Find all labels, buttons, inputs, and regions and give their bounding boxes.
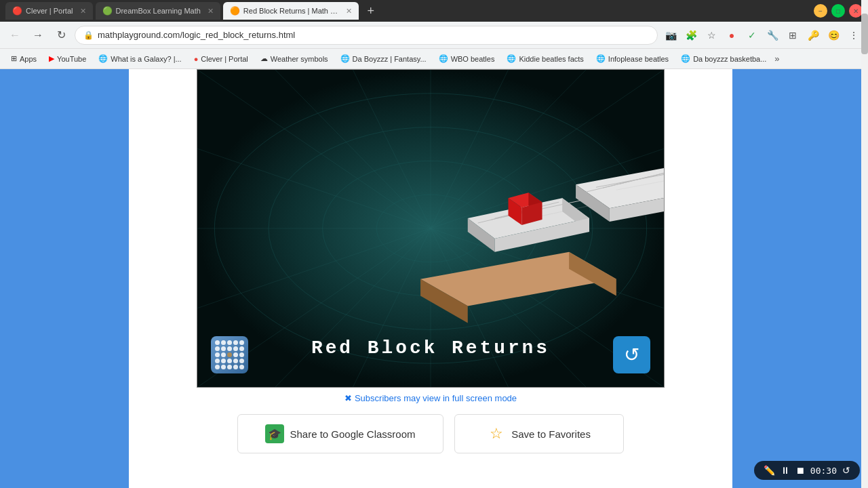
- game-canvas[interactable]: Red Block Returns: [197, 69, 665, 388]
- recording-bar: ✏️ ⏸ ⏹ 00:30 ↺: [754, 461, 860, 480]
- basketball-label: Da boyzzz basketba...: [693, 55, 766, 63]
- tab-icon-mathplayground: 🟠: [230, 6, 239, 16]
- bookmark-kiddie[interactable]: 🌐 Kiddie beatles facts: [501, 52, 589, 65]
- title-bar: 🔴 Clever | Portal ✕ 🟢 DreamBox Learning …: [0, 0, 868, 22]
- infoplease-label: Infoplease beatles: [608, 55, 669, 63]
- tab-icon-dreambox: 🟢: [102, 6, 112, 16]
- subscriber-text[interactable]: Subscribers may view in full screen mode: [355, 393, 517, 403]
- refresh-recording-icon[interactable]: ↺: [842, 465, 850, 476]
- nav-bar: ← → ↻ 🔒 mathplayground.com/logic_red_blo…: [0, 22, 868, 49]
- tab-icon-clever: 🔴: [12, 6, 22, 16]
- clever-bm-label: Clever | Portal: [201, 55, 248, 63]
- bookmarks-more[interactable]: »: [774, 54, 779, 64]
- galaxy-icon: 🌐: [98, 54, 108, 63]
- clever-ext-icon[interactable]: ●: [723, 26, 741, 44]
- tab-close-dreambox[interactable]: ✕: [208, 7, 214, 16]
- apps-icon: ⊞: [11, 54, 17, 63]
- kiddie-label: Kiddie beatles facts: [519, 55, 583, 63]
- tab-clever[interactable]: 🔴 Clever | Portal ✕: [5, 2, 93, 20]
- main-content: Red Block Returns: [129, 69, 732, 488]
- maximize-button[interactable]: □: [831, 4, 845, 18]
- menu-icon[interactable]: ⋮: [845, 26, 863, 44]
- game-scene-svg: Red Block Returns: [197, 70, 664, 387]
- save-favorites-button[interactable]: ☆ Save to Favorites: [454, 414, 624, 453]
- share-classroom-button[interactable]: 🎓 Share to Google Classroom: [237, 414, 443, 453]
- recording-time: 00:30: [810, 466, 837, 476]
- bookmark-youtube[interactable]: ▶ YouTube: [43, 52, 92, 65]
- new-tab-button[interactable]: +: [361, 2, 380, 20]
- extensions-icon[interactable]: 🧩: [682, 26, 700, 44]
- bookmark-star-icon[interactable]: ☆: [703, 26, 720, 44]
- profile-icon[interactable]: 😊: [825, 26, 842, 44]
- ext-icon-3[interactable]: ⊞: [784, 26, 802, 44]
- dots-grid: [212, 338, 247, 372]
- tab-dreambox[interactable]: 🟢 DreamBox Learning Math ✕: [96, 2, 220, 20]
- back-button[interactable]: ←: [5, 26, 24, 45]
- share-classroom-label: Share to Google Classroom: [290, 428, 415, 440]
- address-bar[interactable]: 🔒 mathplayground.com/logic_red_block_ret…: [75, 26, 658, 45]
- bookmark-weather[interactable]: ☁ Weather symbols: [255, 52, 334, 65]
- weather-icon: ☁: [260, 54, 268, 63]
- screenshare-icon[interactable]: 📷: [662, 26, 679, 44]
- clever-bm-icon: ●: [194, 55, 199, 63]
- wbo-label: WBO beatles: [451, 55, 495, 63]
- lock-icon: 🔒: [83, 30, 94, 40]
- basketball-icon: 🌐: [681, 54, 690, 63]
- subscriber-notice: ✖ Subscribers may view in full screen mo…: [344, 393, 517, 403]
- tab-close-clever[interactable]: ✕: [80, 7, 86, 16]
- save-favorites-label: Save to Favorites: [511, 428, 591, 440]
- boyzzz-icon: 🌐: [340, 54, 350, 63]
- google-classroom-icon: 🎓: [265, 424, 284, 443]
- refresh-icon: ↺: [624, 344, 639, 366]
- ext-icon-2[interactable]: 🔧: [764, 26, 781, 44]
- youtube-icon: ▶: [49, 54, 54, 63]
- bookmark-da-boyzzz[interactable]: 🌐 Da Boyzzz | Fantasy...: [335, 52, 432, 65]
- forward-button[interactable]: →: [28, 26, 47, 45]
- reload-button[interactable]: ↻: [52, 26, 71, 45]
- weather-label: Weather symbols: [271, 55, 328, 63]
- ext-icon-4[interactable]: 🔑: [804, 26, 822, 44]
- bookmarks-bar: ⊞ Apps ▶ YouTube 🌐 What is a Galaxy? |..…: [0, 49, 868, 69]
- pencil-button[interactable]: ✏️: [764, 465, 775, 476]
- tab-label-clever: Clever | Portal: [26, 7, 73, 15]
- bookmark-galaxy[interactable]: 🌐 What is a Galaxy? |...: [93, 52, 186, 65]
- scrollbar[interactable]: [861, 69, 868, 488]
- tab-close-mathplayground[interactable]: ✕: [346, 7, 352, 16]
- stop-button[interactable]: ⏹: [795, 465, 805, 476]
- checkmark-ext-icon[interactable]: ✓: [743, 26, 761, 44]
- address-text: mathplayground.com/logic_red_block_retur…: [98, 30, 295, 40]
- left-sidebar: [0, 69, 129, 488]
- bookmark-infoplease[interactable]: 🌐 Infoplease beatles: [591, 52, 674, 65]
- action-buttons: 🎓 Share to Google Classroom ☆ Save to Fa…: [197, 414, 665, 453]
- game-icon-lock[interactable]: [211, 336, 248, 373]
- galaxy-label: What is a Galaxy? |...: [111, 55, 181, 63]
- right-sidebar: [732, 69, 868, 488]
- game-icon-refresh[interactable]: ↺: [613, 336, 650, 373]
- infoplease-icon: 🌐: [596, 54, 606, 63]
- kiddie-icon: 🌐: [507, 54, 516, 63]
- subscriber-icon: ✖: [344, 393, 352, 403]
- minimize-button[interactable]: −: [814, 4, 827, 18]
- browser-frame: 🔴 Clever | Portal ✕ 🟢 DreamBox Learning …: [0, 0, 868, 488]
- boyzzz-label: Da Boyzzz | Fantasy...: [353, 55, 427, 63]
- wbo-icon: 🌐: [439, 54, 448, 63]
- pause-button[interactable]: ⏸: [781, 465, 790, 476]
- bookmark-clever[interactable]: ● Clever | Portal: [189, 53, 254, 65]
- svg-text:Red Block Returns: Red Block Returns: [311, 338, 550, 359]
- tab-label-dreambox: DreamBox Learning Math: [116, 7, 201, 15]
- bookmark-wbo[interactable]: 🌐 WBO beatles: [433, 52, 500, 65]
- youtube-label: YouTube: [57, 55, 86, 63]
- nav-right: 📷 🧩 ☆ ● ✓ 🔧 ⊞ 🔑 😊 ⋮: [662, 26, 863, 44]
- tab-mathplayground[interactable]: 🟠 Red Block Returns | Math Pl... ✕: [223, 2, 359, 20]
- close-button[interactable]: ✕: [849, 4, 863, 18]
- favorites-star-icon: ☆: [487, 424, 506, 443]
- bookmark-basketball[interactable]: 🌐 Da boyzzz basketba...: [675, 52, 772, 65]
- content-area: Red Block Returns: [0, 69, 868, 488]
- game-container: Red Block Returns: [197, 69, 665, 453]
- tab-label-mathplayground: Red Block Returns | Math Pl...: [243, 7, 339, 15]
- window-controls: − □ ✕: [814, 4, 863, 18]
- bookmark-apps[interactable]: ⊞ Apps: [5, 52, 42, 65]
- apps-label: Apps: [20, 55, 37, 63]
